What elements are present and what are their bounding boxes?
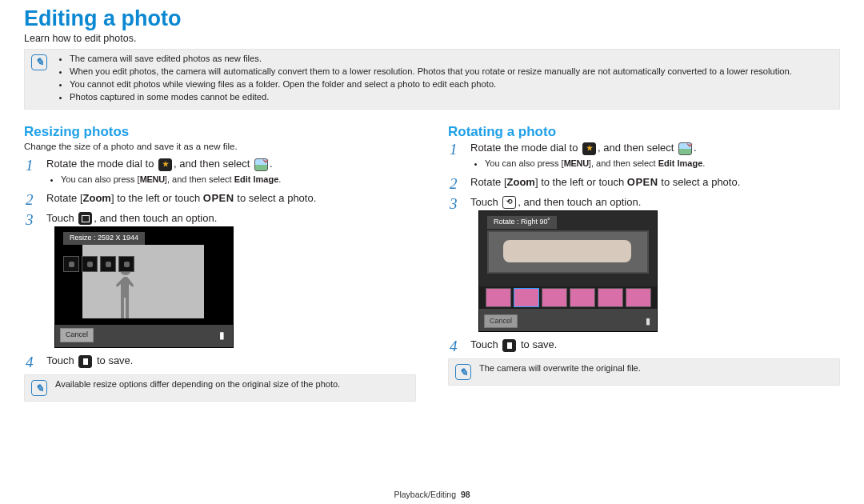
screenshot-label: Rotate : Right 90˚ <box>487 216 557 229</box>
rotate-screenshot: Rotate : Right 90˚ Cancel ▮ <box>478 210 658 332</box>
step-1: Rotate the mode dial to ★, and then sele… <box>24 158 416 185</box>
info-icon: ✎ <box>455 364 471 380</box>
thumb-row <box>63 256 225 272</box>
resize-option-icon <box>78 212 92 225</box>
mode-dial-icon: ★ <box>158 158 172 171</box>
rotating-section: Rotating a photo Rotate the mode dial to… <box>448 121 840 413</box>
thumb-strip <box>479 286 657 309</box>
save-icon[interactable]: ▮ <box>646 315 650 326</box>
select-photo-icon <box>254 158 268 171</box>
section-title: Resizing photos <box>24 124 416 140</box>
info-icon: ✎ <box>31 380 47 396</box>
page-footer: Playback/Editing 98 <box>0 490 864 499</box>
silhouette-icon <box>110 264 142 318</box>
resize-note-box: ✎ Available resize options differ depend… <box>24 374 416 402</box>
resize-note-text: Available resize options differ dependin… <box>55 378 340 390</box>
rotate-note-box: ✎ The camera will overwrite the original… <box>448 358 840 386</box>
info-icon: ✎ <box>31 54 47 70</box>
info-item: You cannot edit photos while viewing fil… <box>70 78 792 90</box>
save-icon[interactable]: ▮ <box>219 330 225 342</box>
cancel-button[interactable]: Cancel <box>60 328 94 342</box>
section-sub: Change the size of a photo and save it a… <box>24 142 416 151</box>
resize-screenshot: Resize : 2592 X 1944 Cancel ▮ <box>54 226 234 348</box>
step-3: Touch , and then touch an option. Rotate… <box>448 196 840 333</box>
save-icon <box>78 355 92 368</box>
step-1-note: You can also press [MENU], and then sele… <box>61 174 416 185</box>
page-title: Editing a photo <box>24 6 840 31</box>
top-info-list: The camera will save edited photos as ne… <box>55 53 792 104</box>
save-icon <box>502 339 516 352</box>
info-item: Photos captured in some modes cannot be … <box>70 91 792 103</box>
top-info-box: ✎ The camera will save edited photos as … <box>24 49 840 110</box>
step-2: Rotate [Zoom] to the left or touch OPEN … <box>448 176 840 190</box>
rotate-note-text: The camera will overwrite the original f… <box>479 362 641 374</box>
screenshot-label: Resize : 2592 X 1944 <box>63 232 145 245</box>
step-4: Touch to save. <box>448 338 840 352</box>
resizing-section: Resizing photos Change the size of a pho… <box>24 121 416 413</box>
select-photo-icon <box>678 142 692 155</box>
step-1: Rotate the mode dial to ★, and then sele… <box>448 142 840 169</box>
info-item: The camera will save edited photos as ne… <box>70 53 792 65</box>
step-3: Touch , and then touch an option. Resize… <box>24 212 416 349</box>
info-item: When you edit photos, the camera will au… <box>70 66 792 78</box>
mode-dial-icon: ★ <box>582 142 596 155</box>
page-lead: Learn how to edit photos. <box>24 33 840 44</box>
step-4: Touch to save. <box>24 354 416 368</box>
section-title: Rotating a photo <box>448 124 840 140</box>
cancel-button[interactable]: Cancel <box>484 314 518 329</box>
rotate-option-icon <box>502 196 516 209</box>
step-2: Rotate [Zoom] to the left or touch OPEN … <box>24 192 416 206</box>
step-1-note: You can also press [MENU], and then sele… <box>485 158 840 169</box>
